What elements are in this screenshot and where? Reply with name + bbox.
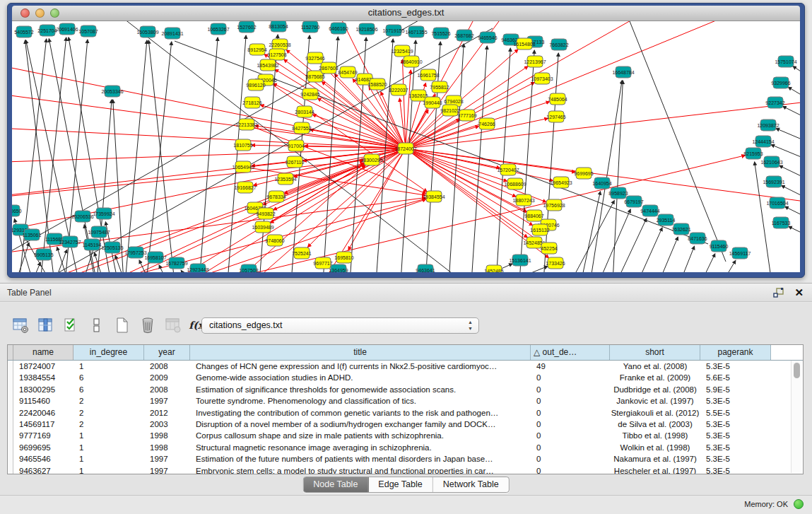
graph-node[interactable]: 1167533 (772, 217, 791, 228)
graph-node[interactable]: 10653267 (207, 23, 229, 35)
table-cell[interactable]: Genome-wide association studies in ADHD. (190, 372, 531, 383)
table-settings-icon[interactable] (10, 315, 31, 336)
graph-node[interactable]: 9493822 (256, 208, 275, 219)
graph-node[interactable]: 5905135 (34, 249, 53, 260)
table-cell[interactable]: 0 (531, 395, 610, 407)
graph-edge[interactable] (125, 40, 147, 272)
table-cell[interactable]: 18300295 (13, 384, 73, 395)
graph-node[interactable]: 9329966 (771, 77, 790, 88)
table-cell[interactable]: 5.3E-5 (700, 430, 771, 441)
graph-node[interactable]: 18724007 (394, 143, 416, 154)
graph-node[interactable]: 20206536 (71, 211, 93, 222)
graph-node[interactable]: 12923448 (187, 264, 208, 272)
graph-node[interactable]: 9327546 (305, 52, 324, 64)
graph-node[interactable]: 15751074 (775, 56, 796, 67)
table-cell[interactable]: 49 (531, 361, 610, 372)
table-row[interactable]: 1938455462009Genome-wide association stu… (8, 372, 803, 383)
graph-node[interactable]: 5405572 (14, 26, 33, 37)
graph-node[interactable]: 1527602 (237, 21, 256, 33)
memory-ok-indicator[interactable] (794, 499, 804, 509)
graph-node[interactable]: 10719155 (382, 25, 404, 36)
scrollbar-thumb[interactable] (794, 363, 800, 378)
close-button[interactable] (20, 8, 30, 18)
graph-node[interactable]: 16958107 (144, 252, 166, 263)
graph-node[interactable]: 2687682 (454, 30, 473, 41)
table-cell[interactable]: 0 (531, 465, 610, 474)
table-cell[interactable]: Tourette syndrome. Phenomenology and cla… (190, 395, 531, 407)
table-selector-dropdown[interactable]: citations_edges.txt ▲▼ (201, 317, 479, 334)
graph-node[interactable]: 9242845 (300, 88, 319, 100)
column-header-out-degree[interactable]: △ out_de… (531, 345, 610, 360)
select-all-icon[interactable] (61, 315, 82, 336)
graph-node[interactable]: 9227342 (765, 97, 784, 108)
table-cell[interactable]: 5.5E-5 (700, 407, 771, 419)
table-cell[interactable]: 1 (73, 453, 144, 465)
graph-node[interactable]: 17016504 (766, 197, 788, 209)
graph-node[interactable]: 9127508 (267, 49, 286, 60)
graph-node[interactable]: 19654923 (550, 177, 572, 188)
table-cell[interactable]: 1998 (144, 442, 190, 453)
table-cell[interactable]: 9777169 (13, 430, 73, 441)
table-cell[interactable]: Dudbridge et al. (2008) (610, 384, 700, 395)
graph-node[interactable]: 19756928 (543, 199, 565, 211)
table-row[interactable]: 946554611997Estimation of the future num… (8, 453, 803, 465)
close-panel-icon[interactable]: ✕ (794, 286, 804, 299)
graph-node[interactable]: 10975487 (88, 226, 110, 238)
network-view[interactable]: 5405572225170420691406105708716053809208… (12, 21, 800, 272)
graph-node[interactable]: 6466160 (329, 23, 348, 34)
graph-node[interactable]: 1640954 (592, 177, 611, 189)
table-cell[interactable]: Jankovic et al. (1997) (610, 395, 700, 407)
table-cell[interactable]: 5.3E-5 (700, 419, 771, 430)
table-row[interactable]: 2242004622012Investigating the contribut… (8, 407, 803, 419)
graph-node[interactable]: 9697717 (313, 257, 332, 269)
table-cell[interactable]: 9699695 (13, 442, 73, 453)
graph-node[interactable]: 1364959 (329, 264, 348, 272)
table-cell[interactable]: Stergiakouli et al. (2012) (610, 407, 700, 419)
graph-node[interactable]: 8471636 (688, 233, 707, 244)
graph-node[interactable]: 6679197 (624, 196, 643, 207)
table-cell[interactable]: 9463627 (13, 465, 73, 474)
graph-edge[interactable] (294, 148, 406, 177)
graph-node[interactable]: 1057087 (78, 25, 98, 37)
graph-node[interactable]: 8215953 (743, 148, 763, 159)
table-cell[interactable]: 0 (531, 372, 610, 383)
table-cell[interactable]: Embryonic stem cells: a model to study s… (190, 465, 531, 474)
graph-edge[interactable] (722, 260, 736, 272)
table-cell[interactable]: 2008 (144, 361, 190, 372)
table-cell[interactable]: 2008 (144, 384, 190, 395)
graph-node[interactable]: 12444154 (752, 136, 774, 147)
table-cell[interactable]: 1 (73, 442, 144, 453)
graph-edge[interactable] (788, 87, 800, 113)
graph-node[interactable]: 15692391 (763, 176, 784, 187)
graph-node[interactable]: 12213967 (524, 56, 546, 67)
graph-node[interactable]: 1695810 (334, 252, 353, 263)
column-header-short[interactable]: short (610, 345, 700, 360)
table-scrollbar[interactable] (791, 361, 802, 473)
graph-node[interactable]: 14671355 (405, 26, 427, 37)
graph-node[interactable]: 16039489 (252, 221, 273, 233)
table-cell[interactable]: Estimation of the future numbers of pati… (190, 453, 531, 465)
graph-node[interactable]: 7955812 (430, 81, 449, 93)
table-cell[interactable]: 0 (531, 419, 610, 430)
table-cell[interactable]: de Silva et al. (2003) (610, 419, 700, 430)
graph-node[interactable]: 7525241 (292, 247, 311, 259)
table-cell[interactable]: 2012 (144, 407, 190, 419)
graph-node[interactable]: 2620650 (12, 205, 22, 216)
table-cell[interactable]: Yano et al. (2008) (610, 361, 700, 372)
graph-node[interactable]: 7663822 (549, 39, 568, 50)
table-cell[interactable]: 1997 (144, 395, 190, 407)
graph-node[interactable]: 14569117 (729, 247, 751, 259)
graph-node[interactable]: 20053346 (101, 86, 123, 97)
graph-node[interactable]: 917004 (288, 140, 304, 151)
graph-node[interactable]: 10973403 (531, 73, 553, 84)
column-header-in-degree[interactable]: in_degree (73, 345, 144, 360)
graph-edge[interactable] (616, 218, 647, 272)
graph-node[interactable]: 16648784 (612, 66, 634, 78)
graph-node[interactable]: 17957253 (124, 247, 146, 258)
table-cell[interactable]: Hescheler et al. (1997) (610, 465, 700, 474)
graph-edge[interactable] (507, 267, 548, 272)
new-table-icon[interactable] (112, 315, 133, 336)
window-titlebar[interactable]: citations_edges.txt (12, 6, 800, 21)
table-row[interactable]: 946362711997Embryonic stem cells: a mode… (8, 465, 803, 474)
graph-node[interactable]: 8958923 (608, 187, 628, 199)
